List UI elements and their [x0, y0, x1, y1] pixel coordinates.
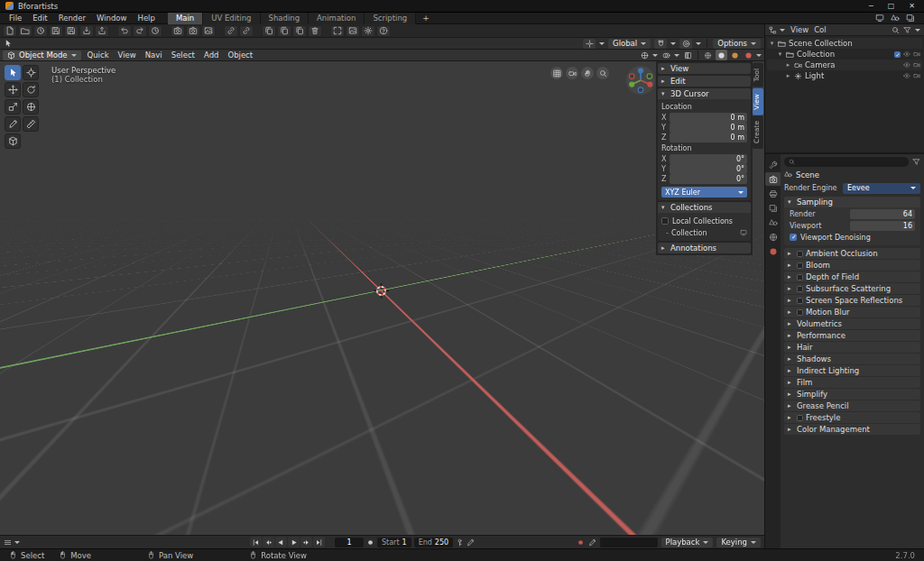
gizmos-caret-icon[interactable] [652, 54, 658, 57]
collection-visibility-icon[interactable] [740, 229, 747, 236]
render-animation[interactable] [186, 25, 200, 37]
sidebar-tab[interactable]: Create [753, 115, 763, 149]
scale-tool[interactable] [5, 99, 21, 115]
cursor-tool[interactable] [23, 65, 39, 80]
append[interactable] [239, 25, 254, 37]
panel-3d-cursor-header[interactable]: 3D Cursor [658, 88, 751, 99]
previous-keyframe[interactable] [263, 537, 274, 547]
shading-rendered-button[interactable] [743, 50, 754, 60]
filter-icon[interactable] [903, 26, 911, 34]
view-render[interactable] [201, 25, 216, 37]
world-tab[interactable] [765, 230, 781, 244]
local-collections-checkbox[interactable] [661, 217, 669, 225]
property-section-header[interactable]: Subsurface Scattering [784, 283, 920, 294]
jump-to-start[interactable] [250, 537, 262, 547]
keying-set-icon[interactable] [467, 538, 475, 547]
expander-caret-icon[interactable] [785, 61, 791, 69]
property-section-header[interactable]: Performance [784, 330, 920, 341]
minimize-button[interactable]: ─ [869, 2, 873, 10]
maximize-area[interactable] [330, 25, 345, 37]
maximize-button[interactable]: □ [888, 2, 895, 10]
mode-dropdown[interactable]: Object Mode [3, 51, 81, 60]
import[interactable] [79, 25, 94, 37]
view-layer-tab[interactable] [765, 201, 781, 215]
shading-wireframe-button[interactable] [702, 50, 714, 60]
insert-keyframe-icon[interactable] [456, 538, 464, 547]
location-field[interactable]: X0 m [661, 113, 747, 123]
sidebar-tab[interactable]: Tool [753, 63, 763, 87]
expander-caret-icon[interactable] [785, 72, 791, 79]
outliner-camera[interactable]: Camera [767, 60, 922, 70]
play[interactable] [288, 537, 300, 547]
property-section-header[interactable]: Film [784, 377, 920, 388]
link[interactable] [224, 25, 238, 37]
delete[interactable] [308, 25, 322, 37]
property-section-header[interactable]: Indirect Lighting [784, 365, 920, 376]
property-section-header[interactable]: Color Management [784, 424, 920, 435]
options-dropdown[interactable]: Options [713, 39, 761, 49]
section-checkbox[interactable] [797, 298, 803, 304]
add-cube-tool[interactable] [5, 133, 21, 149]
transform-orientation-dropdown[interactable]: Global [608, 39, 651, 49]
close-button[interactable]: ✕ [909, 2, 915, 10]
rotate-tool[interactable] [23, 82, 39, 97]
collection-row[interactable]: - Collection [661, 227, 747, 238]
keying-dropdown[interactable]: Keying [716, 538, 761, 547]
panel-edit-header[interactable]: Edit [658, 76, 751, 87]
scene-picker[interactable] [891, 14, 900, 23]
preferences[interactable] [361, 25, 375, 37]
navigation-gizmo[interactable] [625, 65, 656, 96]
record-icon[interactable] [577, 538, 585, 547]
render-tab[interactable] [765, 172, 781, 186]
panel-collections-header[interactable]: Collections [658, 202, 751, 213]
xray-toggle-button[interactable] [681, 51, 694, 60]
rotation-order-dropdown[interactable]: XYZ Euler [661, 187, 747, 198]
menu-item[interactable]: Edit [27, 14, 52, 23]
viewport-menu-item[interactable]: Navi [141, 51, 167, 60]
annotate-tool[interactable] [5, 116, 21, 132]
rotation-field[interactable]: X0° [661, 154, 747, 164]
select-box-tool[interactable] [5, 65, 21, 80]
field-value[interactable]: 16 [850, 221, 915, 231]
expander-caret-icon[interactable] [769, 40, 775, 47]
measure-tool[interactable] [23, 116, 39, 132]
section-checkbox[interactable] [797, 309, 803, 316]
shading-caret-icon[interactable] [756, 54, 762, 57]
3d-viewport[interactable]: User Perspective (1) Collection View [0, 61, 764, 535]
view-layer-picker[interactable] [906, 14, 915, 23]
viewport-menu-item[interactable]: Object [223, 51, 257, 60]
outliner-editor-icon[interactable] [769, 26, 777, 34]
viewport-menu-item[interactable]: View [114, 51, 141, 60]
workspace-tab[interactable]: Main [168, 13, 203, 24]
shading-solid-button[interactable] [716, 50, 727, 60]
render-visibility-icon[interactable] [913, 51, 920, 58]
undo-history[interactable] [148, 25, 162, 37]
playback-dropdown[interactable]: Playback [661, 538, 714, 547]
sidebar-tab[interactable]: View [753, 88, 763, 115]
workspace-tab[interactable]: Shading [261, 13, 310, 24]
falloff-caret-icon[interactable] [696, 42, 701, 45]
undo[interactable] [117, 25, 132, 37]
screenshot[interactable] [346, 25, 360, 37]
render-image[interactable] [171, 25, 185, 37]
show-gizmos-button[interactable] [638, 51, 651, 60]
workspace-tab[interactable]: UV Editing [203, 13, 260, 24]
save[interactable] [49, 25, 63, 37]
x-axis-handle[interactable] [647, 82, 652, 87]
output-tab[interactable] [765, 187, 781, 200]
move-tool[interactable] [5, 82, 21, 97]
copy[interactable] [262, 25, 276, 37]
new-file[interactable] [3, 25, 17, 37]
timeline-filter-field[interactable] [600, 538, 658, 547]
filter-caret-icon[interactable] [915, 29, 920, 32]
outliner-light[interactable]: Light [767, 70, 922, 81]
section-checkbox[interactable] [797, 251, 803, 257]
menu-item[interactable]: Window [91, 14, 133, 23]
frame-start-field[interactable]: Start 1 [377, 538, 411, 547]
open-file[interactable] [18, 25, 32, 37]
tool-tab[interactable] [765, 158, 781, 171]
show-overlays-button[interactable] [660, 51, 672, 60]
snap-settings-caret-icon[interactable] [670, 42, 676, 45]
include-checkbox[interactable] [894, 51, 901, 58]
rotation-field[interactable]: Y0° [661, 164, 747, 174]
